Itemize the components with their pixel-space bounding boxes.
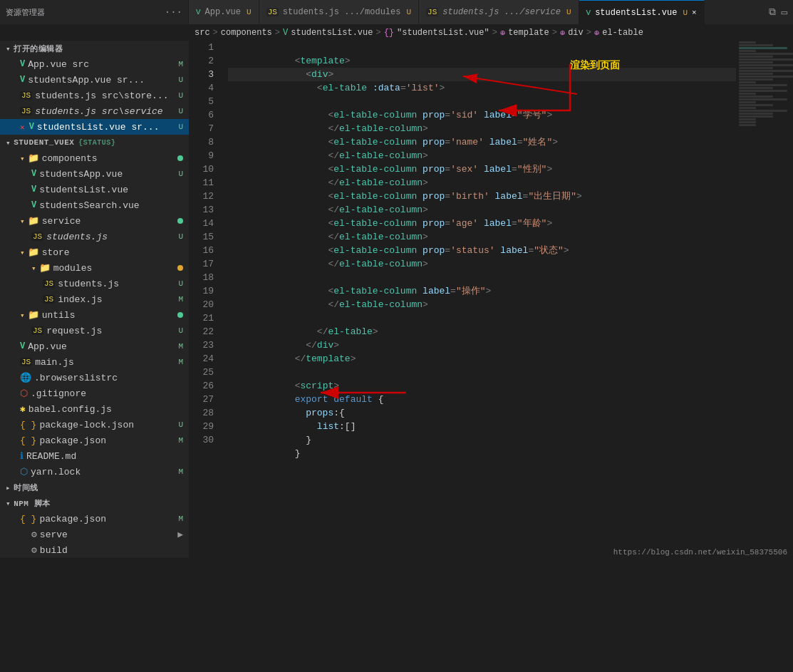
file-label: students.js — [46, 232, 108, 242]
open-file-students-service[interactable]: JS students.js src\service U — [0, 103, 189, 119]
close-icon[interactable]: × — [692, 9, 697, 17]
file-badge: U — [178, 279, 189, 288]
babel-icon: ✱ — [20, 403, 26, 415]
folder-modules[interactable]: ▾ 📁 modules — [0, 260, 189, 276]
breadcrumb-eltable: el-table — [602, 28, 643, 38]
breadcrumb-sep: > — [375, 28, 380, 38]
file-label: studentsList.vue sr... — [37, 122, 160, 133]
folder-service[interactable]: ▾ 📁 service — [0, 213, 189, 229]
file-index-js[interactable]: JS index.js M — [0, 291, 189, 307]
file-students-modules-js[interactable]: JS students.js U — [0, 276, 189, 291]
file-badge: U — [178, 326, 189, 335]
code-line-26: export default { — [228, 379, 736, 393]
file-browserslistrc[interactable]: 🌐 .browserslistrc — [0, 370, 189, 386]
open-file-app-vue[interactable]: V App.vue src M — [0, 56, 189, 72]
breadcrumb: src > components > V studentsList.vue > … — [0, 25, 793, 41]
file-studentsapp-vue[interactable]: V studentsApp.vue U — [0, 166, 189, 182]
line-numbers: 1 2 3 4 5 6 7 8 9 10 11 12 13 14 15 16 1 — [189, 41, 221, 558]
code-line-16: </el-table-column> — [228, 244, 736, 257]
project-status: {status} — [78, 139, 121, 147]
breadcrumb-template: template — [508, 28, 549, 38]
file-label: package.json — [39, 435, 106, 446]
code-line-13: <el-table-column prop='age' label="年龄"> — [228, 203, 736, 217]
file-badge: M — [178, 295, 189, 304]
tab-students-modules[interactable]: JS students.js .../modules U — [259, 0, 419, 24]
close-icon[interactable]: ✕ — [20, 123, 25, 132]
file-students-service-js[interactable]: JS students.js U — [0, 229, 189, 244]
open-file-students-store[interactable]: JS students.js src\store... U — [0, 88, 189, 103]
tab-app-vue[interactable]: V App.vue U — [189, 0, 259, 24]
file-package-json[interactable]: { } package.json M — [0, 433, 189, 448]
file-package-lock[interactable]: { } package-lock.json U — [0, 417, 189, 433]
editor-area: 1 2 3 4 5 6 7 8 9 10 11 12 13 14 15 16 1 — [189, 41, 793, 558]
file-badge: M — [178, 358, 189, 366]
timeline-section[interactable]: ▸ 时间线 — [0, 480, 189, 495]
folder-label: service — [42, 216, 81, 227]
file-label: .gitignore — [31, 388, 86, 399]
status-dot — [177, 312, 183, 318]
file-studentssearch-vue[interactable]: V studentsSearch.vue — [0, 197, 189, 213]
status-dot — [177, 265, 183, 271]
file-badge: M — [178, 467, 189, 476]
tab-badge: U — [566, 8, 571, 16]
file-label: README.md — [26, 451, 76, 462]
folder-store[interactable]: ▾ 📁 store — [0, 244, 189, 260]
js-icon: JS — [31, 326, 43, 335]
git-icon: ⬡ — [20, 388, 28, 399]
npm-section[interactable]: ▾ NPM 脚本 — [0, 495, 189, 511]
file-request-js[interactable]: JS request.js U — [0, 323, 189, 338]
json-icon: { } — [20, 420, 36, 430]
minimap — [736, 41, 793, 558]
file-label: studentsList.vue — [39, 185, 128, 195]
js-icon: JS — [43, 279, 55, 288]
folder-icon: 📁 — [39, 262, 51, 274]
file-main-js[interactable]: JS main.js M — [0, 354, 189, 370]
tab-students-service[interactable]: JS students.js .../service U — [419, 0, 579, 24]
open-file-studentsapp[interactable]: V studentsApp.vue sr... U — [0, 72, 189, 88]
folder-untils[interactable]: ▾ 📁 untils — [0, 307, 189, 323]
file-app-vue[interactable]: V App.vue M — [0, 338, 189, 354]
run-icon[interactable]: ▶ — [177, 529, 183, 540]
explorer-icons: ··· — [165, 6, 182, 18]
tab-label: App.vue — [205, 7, 241, 17]
div-icon: ⊕ — [560, 28, 565, 38]
file-studentslist-vue[interactable]: V studentsList.vue — [0, 182, 189, 197]
split-editor-icon[interactable]: ⧉ — [769, 6, 776, 18]
open-file-studentslist[interactable]: ✕ V studentsList.vue sr... U — [0, 119, 189, 135]
open-editors-section[interactable]: ▾ 打开的编辑器 — [0, 41, 189, 56]
vue-icon: V — [586, 9, 591, 17]
code-line-10: </el-table-column> — [228, 162, 736, 176]
script-icon: ⚙ — [31, 529, 37, 540]
folder-icon: 📁 — [28, 215, 39, 227]
file-gitignore[interactable]: ⬡ .gitignore — [0, 386, 189, 401]
code-line-5: <el-table-column prop='sid' label="学号"> — [228, 95, 736, 108]
code-line-28: list:[] — [228, 406, 736, 420]
panel-toggle-icon[interactable]: ▭ — [782, 6, 787, 19]
folder-arrow: ▾ — [20, 154, 25, 163]
code-line-9: <el-table-column prop='sex' label="性别"> — [228, 149, 736, 162]
breadcrumb-sep: > — [213, 28, 218, 38]
vue-icon: V — [20, 59, 25, 69]
tab-bar: 资源管理器 ··· V App.vue U JS students.js ...… — [0, 0, 793, 25]
npm-serve[interactable]: ⚙ serve ▶ — [0, 527, 189, 542]
folder-components[interactable]: ▾ 📁 components — [0, 150, 189, 166]
file-babel-config[interactable]: ✱ babel.config.js — [0, 401, 189, 417]
file-readme[interactable]: ℹ README.md — [0, 448, 189, 464]
tab-studentslist-vue[interactable]: V studentsList.vue U × — [579, 0, 705, 24]
folder-label: components — [42, 153, 98, 164]
js-icon: JS — [20, 358, 32, 366]
code-line-20 — [228, 298, 736, 311]
js-icon: JS — [426, 8, 438, 16]
vue-icon: V — [31, 185, 36, 195]
file-yarn-lock[interactable]: ⬡ yarn.lock M — [0, 464, 189, 480]
code-lines[interactable]: <template> <div> <el-table :data='list'>… — [221, 41, 736, 558]
file-badge: U — [178, 420, 189, 429]
folder-arrow: ▾ — [20, 217, 25, 226]
file-label: request.js — [46, 326, 102, 336]
npm-build[interactable]: ⚙ build — [0, 542, 189, 558]
npm-package-json[interactable]: { } package.json M — [0, 511, 189, 527]
status-dot — [177, 218, 183, 224]
file-badge: U — [178, 107, 189, 115]
project-section[interactable]: ▾ STUDENT_VUEX {status} — [0, 135, 189, 150]
file-label: package-lock.json — [39, 420, 134, 430]
